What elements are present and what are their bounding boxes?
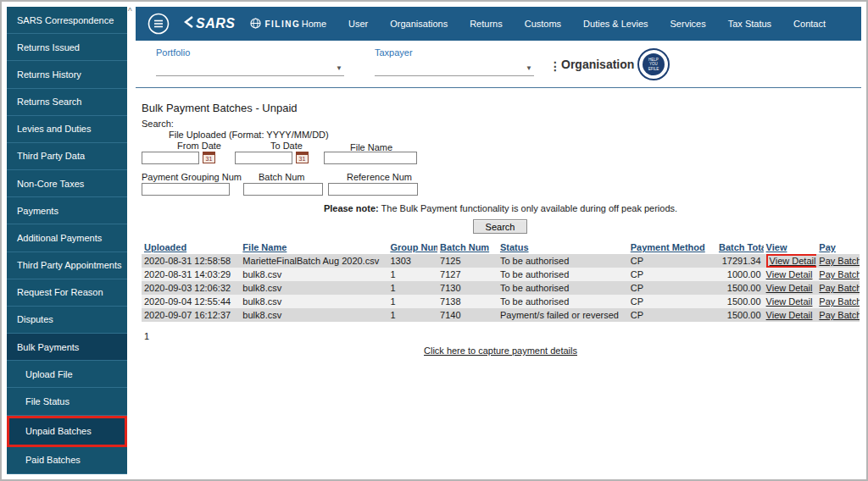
- pay-batch-link[interactable]: Pay Batch: [819, 269, 860, 279]
- sidebar-item-bulk-payments[interactable]: Bulk Payments: [7, 334, 127, 361]
- nav-home[interactable]: Home: [302, 19, 326, 29]
- sidebar-item-upload-file[interactable]: Upload File: [7, 361, 127, 388]
- globe-icon: [250, 18, 261, 30]
- cell-file-name: bulk8.csv: [240, 295, 387, 308]
- nav-user[interactable]: User: [348, 19, 368, 29]
- more-options-icon[interactable]: ⋮: [549, 59, 561, 73]
- col-header-view[interactable]: View: [764, 240, 817, 254]
- portfolio-field: Portfolio ▼: [156, 47, 344, 76]
- cell-batch-total: 1000.00: [716, 268, 764, 281]
- cell-batch-num: 7130: [437, 281, 498, 295]
- taxpayer-dropdown[interactable]: ▼: [375, 58, 534, 76]
- col-header-batch-num[interactable]: Batch Num: [437, 240, 498, 254]
- view-detail-link[interactable]: View Detail: [766, 310, 813, 320]
- sidebar-item-sars-correspondence[interactable]: SARS Correspondence: [7, 7, 127, 34]
- nav-returns[interactable]: Returns: [470, 19, 503, 29]
- payment-grouping-num-input[interactable]: [142, 183, 230, 196]
- cell-payment-method: CP: [628, 295, 716, 308]
- efiling-logo: FILING: [250, 18, 300, 30]
- sidebar-item-third-party-data[interactable]: Third Party Data: [7, 143, 127, 170]
- col-header-pay[interactable]: Pay: [816, 240, 860, 254]
- hamburger-menu-icon[interactable]: [147, 13, 170, 35]
- cell-payment-method: CP: [628, 254, 716, 268]
- pay-batch-link[interactable]: Pay Batch: [819, 296, 860, 307]
- nav-contact[interactable]: Contact: [793, 19, 826, 29]
- cell-status: Payment/s failed or reversed: [498, 308, 628, 322]
- file-name-input[interactable]: [324, 152, 417, 164]
- sidebar-item-non-core-taxes[interactable]: Non-Core Taxes: [7, 170, 127, 197]
- cell-uploaded: 2020-09-03 12:06:32: [142, 281, 240, 295]
- cell-batch-total: 1500.00: [716, 281, 764, 295]
- sidebar-item-third-party-appointments[interactable]: Third Party Appointments: [7, 252, 127, 279]
- sidebar-item-request-for-reason[interactable]: Request For Reason: [7, 279, 127, 307]
- cell-file-name: bulk8.csv: [240, 281, 387, 295]
- col-header-file-name[interactable]: File Name: [240, 240, 387, 254]
- sidebar-item-returns-search[interactable]: Returns Search: [7, 89, 127, 116]
- taxpayer-label: Taxpayer: [375, 47, 534, 58]
- reference-num-input[interactable]: [328, 183, 418, 196]
- nav-organisations[interactable]: Organisations: [390, 19, 448, 29]
- reference-num-label: Reference Num: [347, 172, 412, 182]
- cell-file-name: bulk8.csv: [240, 308, 387, 322]
- col-header-batch-total[interactable]: Batch Total: [716, 240, 764, 254]
- view-detail-link[interactable]: View Detail: [770, 256, 816, 266]
- cell-batch-num: 7140: [437, 308, 498, 322]
- pagination-page-1[interactable]: 1: [144, 331, 149, 341]
- view-detail-link[interactable]: View Detail: [766, 283, 813, 293]
- sidebar-item-file-status[interactable]: File Status: [7, 388, 127, 415]
- pay-batch-link[interactable]: Pay Batch: [819, 256, 860, 266]
- cell-batch-num: 7125: [437, 254, 498, 268]
- top-navigation-bar: SARS FILING Home User Organisations Retu…: [136, 7, 861, 41]
- nav-links: Home User Organisations Returns Customs …: [302, 19, 826, 29]
- cell-uploaded: 2020-09-04 12:55:44: [142, 295, 240, 308]
- cell-uploaded: 2020-08-31 12:58:58: [142, 254, 240, 268]
- table-row: 2020-09-03 12:06:32 bulk8.csv 1 7130 To …: [142, 281, 860, 295]
- sidebar-item-disputes[interactable]: Disputes: [7, 307, 127, 334]
- table-row: 2020-08-31 12:58:58 MarietteFinalBatch A…: [142, 254, 860, 268]
- sidebar-item-payments[interactable]: Payments: [7, 197, 127, 224]
- payment-grouping-num-label: Payment Grouping Num: [142, 172, 242, 182]
- portfolio-dropdown[interactable]: ▼: [156, 58, 344, 76]
- view-detail-link[interactable]: View Detail: [766, 269, 813, 279]
- sidebar-item-levies-and-duties[interactable]: Levies and Duties: [7, 116, 127, 143]
- pay-batch-link[interactable]: Pay Batch: [819, 310, 860, 320]
- note-text: The Bulk Payment functionality is only a…: [379, 203, 677, 213]
- sars-logo-chevron-icon: [183, 16, 193, 31]
- cell-payment-method: CP: [628, 281, 716, 295]
- col-header-uploaded[interactable]: Uploaded: [142, 240, 240, 254]
- cell-batch-num: 7138: [437, 295, 498, 308]
- scrollbar-up-icon[interactable]: ^: [128, 8, 132, 16]
- sidebar-item-additional-payments[interactable]: Additional Payments: [7, 224, 127, 252]
- sidebar-item-paid-batches[interactable]: Paid Batches: [7, 447, 127, 474]
- cell-group-num: 1: [387, 308, 437, 322]
- sidebar-item-returns-issued[interactable]: Returns Issued: [7, 34, 127, 61]
- col-header-group-num[interactable]: Group Num: [387, 240, 437, 254]
- batch-num-input[interactable]: [243, 183, 323, 196]
- page-title: Bulk Payment Batches - Unpaid: [142, 102, 298, 114]
- col-header-status[interactable]: Status: [498, 240, 628, 254]
- cell-status: To be authorised: [498, 268, 628, 281]
- nav-customs[interactable]: Customs: [525, 19, 561, 29]
- nav-duties-levies[interactable]: Duties & Levies: [583, 19, 648, 29]
- col-header-payment-method[interactable]: Payment Method: [628, 240, 716, 254]
- to-date-input[interactable]: [235, 152, 292, 164]
- sidebar-item-returns-history[interactable]: Returns History: [7, 61, 127, 88]
- search-button[interactable]: Search: [473, 219, 527, 234]
- nav-tax-status[interactable]: Tax Status: [728, 19, 771, 29]
- capture-payment-details-link[interactable]: Click here to capture payment details: [424, 346, 577, 356]
- calendar-icon[interactable]: 31: [296, 152, 309, 163]
- chevron-down-icon: ▼: [526, 64, 532, 72]
- table-row: 2020-09-07 16:12:37 bulk8.csv 1 7140 Pay…: [142, 308, 860, 322]
- calendar-icon[interactable]: 31: [203, 152, 215, 163]
- pay-batch-link[interactable]: Pay Batch: [819, 283, 860, 293]
- taxpayer-field: Taxpayer ▼: [375, 47, 534, 76]
- cell-uploaded: 2020-08-31 14:03:29: [142, 268, 240, 281]
- from-date-label: From Date: [177, 141, 221, 151]
- nav-services[interactable]: Services: [670, 19, 706, 29]
- sidebar-item-unpaid-batches[interactable]: Unpaid Batches: [7, 416, 127, 447]
- cell-batch-num: 7127: [437, 268, 498, 281]
- sidebar: SARS Correspondence Returns Issued Retur…: [7, 7, 127, 474]
- from-date-input[interactable]: [142, 152, 199, 164]
- efiling-badge-text: HELP YOU eFILE: [643, 53, 665, 75]
- view-detail-link[interactable]: View Detail: [766, 296, 813, 307]
